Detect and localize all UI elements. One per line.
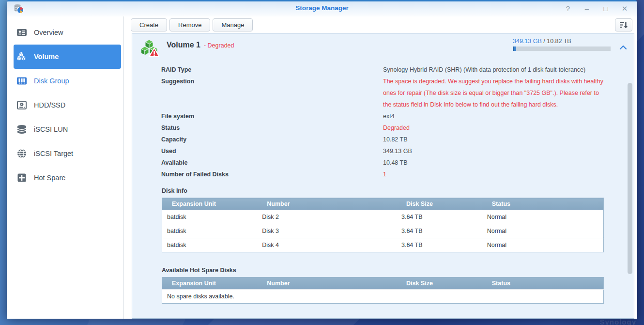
usage-used-value: 349.13 GB bbox=[513, 38, 542, 45]
status-badge: Normal bbox=[482, 224, 604, 238]
sidebar-item-label: HDD/SSD bbox=[34, 101, 65, 109]
hdd-icon bbox=[16, 100, 27, 110]
sidebar-item-label: iSCSI LUN bbox=[34, 125, 68, 133]
remove-button[interactable]: Remove bbox=[169, 18, 210, 31]
detail-row: Capacity10.82 TB bbox=[161, 134, 634, 145]
detail-row: Available10.48 TB bbox=[161, 157, 634, 169]
create-button[interactable]: Create bbox=[131, 18, 167, 31]
table-row[interactable]: batdisk Disk 3 3.64 TB Normal bbox=[162, 224, 604, 238]
volume-title: Volume 1 bbox=[167, 41, 200, 49]
detail-row: Number of Failed Disks1 bbox=[161, 169, 634, 180]
window-title: Storage Manager bbox=[7, 4, 637, 12]
disk-info-title: Disk Info bbox=[162, 187, 634, 194]
hot-spare-table: Expansion Unit Number Disk Size Status N… bbox=[162, 277, 604, 304]
usage-separator: / bbox=[542, 38, 547, 45]
detail-row: StatusDegraded bbox=[161, 122, 634, 134]
usage-bar bbox=[513, 46, 611, 51]
toolbar: Create Remove Manage bbox=[124, 16, 637, 33]
minimize-button[interactable]: – bbox=[583, 3, 591, 14]
sidebar-item-label: Volume bbox=[34, 53, 59, 61]
iscsi-lun-icon bbox=[16, 124, 27, 135]
sidebar-item-iscsi-target[interactable]: iSCSI Target bbox=[14, 141, 121, 166]
sort-button[interactable] bbox=[615, 18, 632, 31]
detail-row: RAID TypeSynology Hybrid RAID (SHR) (Wit… bbox=[161, 64, 634, 76]
collapse-panel-button[interactable] bbox=[619, 43, 627, 52]
volume-panel: Volume 1- Degraded 349.13 GB / 10.82 TB bbox=[132, 33, 634, 319]
wallpaper-watermark: Synology bbox=[599, 318, 636, 325]
sidebar-item-hot-spare[interactable]: Hot Spare bbox=[14, 166, 121, 190]
disk-group-icon bbox=[16, 76, 27, 86]
sidebar-item-label: Hot Spare bbox=[34, 174, 65, 182]
scrollbar bbox=[628, 56, 632, 315]
table-header-row: Expansion Unit Number Disk Size Status bbox=[162, 278, 604, 290]
status-badge: Normal bbox=[482, 210, 604, 224]
help-button[interactable]: ? bbox=[564, 3, 572, 14]
manage-button[interactable]: Manage bbox=[213, 18, 253, 31]
volume-usage: 349.13 GB / 10.82 TB bbox=[513, 38, 611, 51]
hot-spare-icon bbox=[16, 172, 27, 183]
titlebar: Storage Manager ? – □ ✕ bbox=[7, 1, 637, 16]
status-badge: Normal bbox=[482, 238, 604, 252]
disk-info-table: Expansion Unit Number Disk Size Status b… bbox=[162, 198, 604, 252]
volume-status-suffix: - Degraded bbox=[204, 42, 234, 49]
volume-icon bbox=[16, 51, 27, 62]
sidebar-item-volume[interactable]: Volume bbox=[14, 45, 121, 69]
empty-state-text: No spare disks available. bbox=[162, 290, 604, 304]
sidebar-item-label: Disk Group bbox=[34, 77, 69, 85]
close-button[interactable]: ✕ bbox=[621, 3, 629, 14]
detail-row: Used349.13 GB bbox=[161, 145, 634, 157]
sort-descending-icon bbox=[619, 21, 628, 29]
sidebar: Overview Volume bbox=[7, 16, 124, 319]
maximize-button[interactable]: □ bbox=[602, 3, 610, 14]
table-row[interactable]: batdisk Disk 2 3.64 TB Normal bbox=[162, 210, 604, 224]
usage-bar-fill bbox=[513, 46, 516, 51]
volume-degraded-icon bbox=[141, 39, 159, 59]
overview-icon bbox=[16, 27, 27, 38]
detail-row: File systemext4 bbox=[161, 110, 634, 122]
table-header-row: Expansion Unit Number Disk Size Status bbox=[162, 198, 604, 210]
chevron-up-icon bbox=[619, 45, 627, 50]
volume-details: RAID TypeSynology Hybrid RAID (SHR) (Wit… bbox=[161, 64, 634, 180]
sidebar-item-disk-group[interactable]: Disk Group bbox=[14, 69, 121, 93]
usage-total-value: 10.82 TB bbox=[547, 38, 571, 45]
sidebar-item-hdd-ssd[interactable]: HDD/SSD bbox=[14, 93, 121, 117]
sidebar-item-label: Overview bbox=[34, 29, 63, 36]
detail-row: SuggestionThe space is degraded. We sugg… bbox=[161, 76, 634, 110]
main-content: Create Remove Manage bbox=[124, 16, 637, 319]
table-row[interactable]: batdisk Disk 4 3.64 TB Normal bbox=[162, 238, 604, 252]
sidebar-item-label: iSCSI Target bbox=[34, 150, 73, 157]
sidebar-item-iscsi-lun[interactable]: iSCSI LUN bbox=[14, 117, 121, 141]
iscsi-target-icon bbox=[16, 148, 27, 159]
scrollbar-thumb[interactable] bbox=[628, 83, 632, 274]
storage-manager-window: Storage Manager ? – □ ✕ bbox=[7, 0, 637, 319]
table-row: No spare disks available. bbox=[162, 290, 604, 304]
sidebar-item-overview[interactable]: Overview bbox=[14, 20, 121, 45]
hot-spare-title: Available Hot Spare Disks bbox=[162, 267, 634, 274]
